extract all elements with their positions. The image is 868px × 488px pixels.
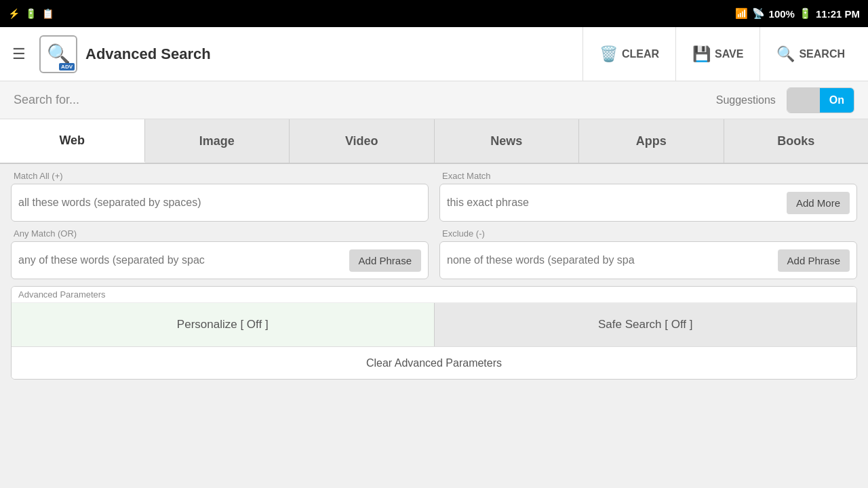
save-button[interactable]: 💾 SAVE [675,27,760,81]
exclude-input[interactable] [447,254,778,266]
status-bar: ⚡ 🔋 📋 📶 📡 100% 🔋 11:21 PM [0,0,868,27]
exact-match-group: Exact Match Add More [439,171,857,222]
save-label: SAVE [715,48,743,60]
search-label: SEARCH [799,48,845,60]
tab-books[interactable]: Books [724,119,869,163]
status-right-info: 📶 📡 100% 🔋 11:21 PM [735,7,860,20]
search-for-row: Search for... Suggestions On [0,81,868,119]
suggestions-area: Suggestions On [716,87,854,113]
match-all-field-container [11,184,429,222]
battery-full-icon: 🔋 [799,7,812,20]
personalize-button[interactable]: Personalize [ Off ] [12,303,434,346]
exact-match-field-container: Add More [439,184,857,222]
exclude-add-phrase-button[interactable]: Add Phrase [778,249,850,272]
app-icon: 🔍 ADV [39,35,77,73]
signal-icon: 📡 [752,7,765,20]
tab-apps[interactable]: Apps [579,119,724,163]
exclude-field-container: Add Phrase [439,241,857,279]
suggestions-toggle[interactable]: On [787,87,854,113]
match-all-label: Match All (+) [14,171,429,181]
any-match-label: Any Match (OR) [14,228,429,239]
params-buttons-row: Personalize [ Off ] Safe Search [ Off ] [12,303,856,346]
tab-video[interactable]: Video [290,119,435,163]
any-match-input[interactable] [18,254,349,266]
match-all-input[interactable] [18,197,421,209]
usb-icon: ⚡ [8,8,20,19]
any-match-field-container: Add Phrase [11,241,429,279]
advanced-params-section: Advanced Parameters Personalize [ Off ] … [11,286,857,380]
tab-image[interactable]: Image [145,119,290,163]
wifi-icon: 📶 [735,7,748,20]
clear-label: CLEAR [622,48,659,60]
search-for-label: Search for... [14,93,79,107]
battery-icon: 🔋 [25,8,37,19]
search-icon: 🔍 [47,43,71,65]
exact-match-label: Exact Match [442,171,857,181]
add-more-button[interactable]: Add More [787,192,850,214]
search-type-tabs: Web Image Video News Apps Books [0,119,868,164]
toggle-on-part: On [820,88,854,113]
clock: 11:21 PM [816,8,860,20]
exact-match-input[interactable] [447,197,787,209]
battery-percent: 100% [769,8,795,20]
trash-icon: 🗑️ [599,45,618,63]
save-icon: 💾 [692,45,711,63]
clear-advanced-params-button[interactable]: Clear Advanced Parameters [12,346,856,379]
top-bar: ☰ 🔍 ADV Advanced Search 🗑️ CLEAR 💾 SAVE … [0,27,868,81]
advanced-params-label: Advanced Parameters [12,287,856,303]
top-actions: 🗑️ CLEAR 💾 SAVE 🔍 SEARCH [583,27,861,81]
search-action-icon: 🔍 [776,45,795,63]
notification-icon: 📋 [42,8,54,19]
main-content: Match All (+) Exact Match Add More Any M… [0,164,868,386]
tab-web[interactable]: Web [0,119,145,163]
second-field-row: Any Match (OR) Add Phrase Exclude (-) Ad… [11,228,857,279]
any-match-add-phrase-button[interactable]: Add Phrase [349,249,421,272]
adv-badge: ADV [59,63,75,70]
safe-search-button[interactable]: Safe Search [ Off ] [434,303,857,346]
any-match-group: Any Match (OR) Add Phrase [11,228,429,279]
clear-button[interactable]: 🗑️ CLEAR [583,27,675,81]
hamburger-button[interactable]: ☰ [7,40,31,68]
search-button[interactable]: 🔍 SEARCH [760,27,861,81]
page-title: Advanced Search [85,45,574,63]
exclude-label: Exclude (-) [442,228,857,239]
exclude-group: Exclude (-) Add Phrase [439,228,857,279]
suggestions-label: Suggestions [716,94,776,106]
toggle-off-part [787,88,820,113]
first-field-row: Match All (+) Exact Match Add More [11,171,857,222]
tab-news[interactable]: News [435,119,580,163]
status-left-icons: ⚡ 🔋 📋 [8,8,54,19]
match-all-group: Match All (+) [11,171,429,222]
